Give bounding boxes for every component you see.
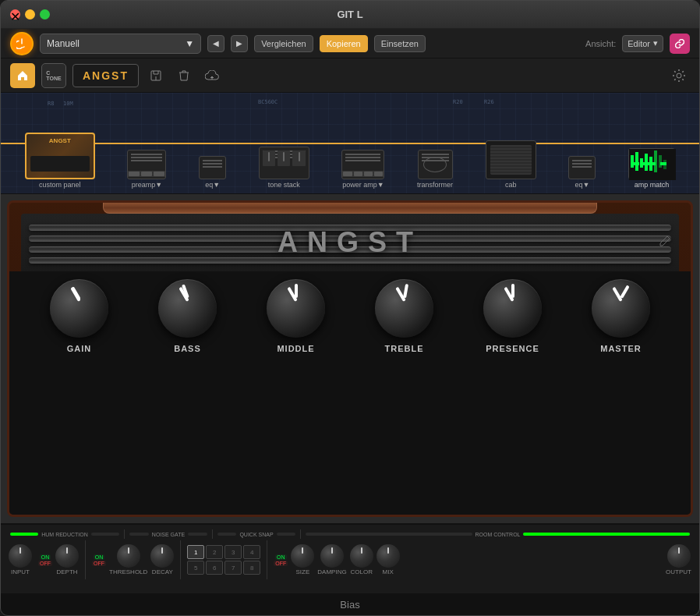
threshold-knob[interactable] — [117, 544, 140, 568]
room-control-label: ROOM CONTROL — [476, 532, 521, 537]
amp-edit-button[interactable] — [659, 235, 671, 250]
snap-btn-5[interactable]: 5 — [187, 561, 204, 575]
svg-rect-7 — [649, 157, 652, 171]
chain-item-label-power-amp: power amp▼ — [342, 181, 384, 189]
app-name-label: Bias — [340, 599, 359, 611]
decay-label: DECAY — [152, 568, 173, 575]
mix-knob[interactable] — [377, 544, 400, 568]
circuit-label-bc560c: BC560C — [258, 99, 278, 105]
knob-group-middle: MIDDLE — [267, 279, 325, 353]
preset-dropdown[interactable]: Manuell ▼ — [40, 34, 201, 54]
chain-item-label-eq1: eq▼ — [205, 181, 220, 189]
room-on-badge[interactable]: ON — [275, 554, 287, 560]
editor-dropdown-icon: ▾ — [653, 38, 658, 48]
circuit-label-r20: R20 — [453, 99, 463, 105]
size-label: SIZE — [295, 568, 309, 575]
snap-btn-8[interactable]: 8 — [243, 561, 260, 575]
chain-item-label-custom-panel: custom panel — [39, 181, 81, 189]
prev-button[interactable]: ◀ — [207, 35, 224, 52]
chain-item-tone-stack[interactable]: tone stack — [259, 147, 309, 189]
amp-grille: ANGST — [21, 214, 679, 271]
gain-knob[interactable] — [50, 279, 108, 338]
kopieren-button[interactable]: Kopieren — [320, 35, 368, 52]
snap-btn-7[interactable]: 7 — [224, 561, 242, 575]
snap-btn-4[interactable]: 4 — [243, 545, 260, 559]
snap-btn-6[interactable]: 6 — [206, 561, 223, 575]
save-icon-button[interactable] — [145, 65, 167, 87]
editor-label: Editor — [628, 39, 650, 48]
quick-snap-label: QUICK SNAP — [239, 532, 273, 537]
amp-name-plate: ANGST — [278, 226, 422, 259]
bass-knob[interactable] — [158, 279, 217, 338]
app-window: ✕ GIT L Manuell ▼ ◀ ▶ Vergleichen Kopier… — [0, 0, 700, 616]
bottom-strip: HUM REDUCTION NOISE GATE QUICK SNAP — [1, 523, 699, 593]
knob-group-treble: TREBLE — [375, 279, 433, 353]
noise-gate-label: NOISE GATE — [152, 532, 185, 537]
chain-item-eq1[interactable]: eq▼ — [199, 156, 226, 189]
transformer-thumbnail — [418, 150, 453, 179]
snap-btn-2[interactable]: 2 — [206, 545, 223, 559]
mix-label: MIX — [383, 568, 394, 575]
ansicht-label: Ansicht: — [585, 39, 616, 48]
ctone-button[interactable]: CTONE — [41, 63, 66, 88]
middle-knob[interactable] — [267, 279, 325, 338]
amp-body: ANGST GAIN BASS — [7, 200, 693, 517]
vergleichen-button[interactable]: Vergleichen — [254, 35, 313, 52]
middle-label: MIDDLE — [277, 344, 314, 353]
input-knob[interactable] — [9, 544, 32, 568]
color-knob[interactable] — [350, 544, 373, 568]
settings-button[interactable] — [668, 65, 690, 87]
snap-btn-3[interactable]: 3 — [224, 545, 242, 559]
treble-knob[interactable] — [375, 279, 433, 338]
eq2-thumbnail — [568, 156, 596, 179]
chain-item-eq2[interactable]: eq▼ — [568, 156, 596, 189]
preset-value: Manuell — [47, 38, 80, 49]
hum-off-badge[interactable]: OFF — [38, 561, 52, 566]
minimize-button[interactable] — [25, 9, 35, 19]
einsetzen-button[interactable]: Einsetzen — [374, 35, 426, 52]
power-button[interactable] — [10, 32, 34, 55]
traffic-lights: ✕ — [10, 9, 50, 19]
chain-items-row: custom panel preamp▼ eq▼ — [1, 133, 699, 193]
cab-thumbnail — [486, 140, 536, 179]
chain-item-label-tone-stack: tone stack — [268, 181, 300, 189]
hum-reduction-label: HUM REDUCTION — [41, 532, 88, 537]
output-knob[interactable] — [667, 544, 691, 568]
gate-on-badge[interactable]: ON — [94, 554, 105, 560]
chain-item-amp-match[interactable]: amp match — [628, 148, 675, 189]
master-knob[interactable] — [592, 279, 650, 338]
damping-knob[interactable] — [320, 544, 344, 568]
home-button[interactable] — [10, 63, 35, 88]
knob-group-gain: GAIN — [50, 279, 108, 353]
decay-knob[interactable] — [150, 544, 174, 568]
maximize-button[interactable] — [40, 9, 50, 19]
presence-knob[interactable] — [483, 279, 542, 338]
preamp-thumbnail — [127, 150, 166, 179]
chain-item-custom-panel[interactable]: custom panel — [25, 133, 95, 189]
close-button[interactable]: ✕ — [10, 9, 20, 19]
chain-item-transformer[interactable]: transformer — [417, 150, 453, 189]
treble-label: TREBLE — [385, 344, 424, 353]
delete-icon-button[interactable] — [173, 65, 195, 87]
svg-rect-6 — [645, 154, 648, 171]
chain-item-label-preamp: preamp▼ — [132, 181, 162, 189]
size-knob[interactable] — [291, 544, 314, 568]
amp-controls: GAIN BASS MIDDLE TREBLE — [9, 271, 691, 515]
signal-chain: R8 10M BC560C R20 R26 custom panel — [1, 93, 699, 194]
circuit-label-10m: 10M — [63, 101, 73, 107]
depth-knob[interactable] — [55, 544, 79, 568]
chain-item-preamp[interactable]: preamp▼ — [127, 150, 166, 189]
hum-on-badge[interactable]: ON — [40, 554, 51, 560]
output-label: OUTPUT — [666, 568, 691, 575]
next-button[interactable]: ▶ — [231, 35, 248, 52]
color-label: COLOR — [350, 568, 372, 575]
editor-select[interactable]: Editor ▾ — [622, 35, 663, 52]
room-off-badge[interactable]: OFF — [274, 561, 288, 566]
chain-item-power-amp[interactable]: power amp▼ — [341, 150, 384, 189]
link-button[interactable] — [670, 34, 690, 54]
cloud-icon-button[interactable] — [201, 65, 223, 87]
chain-item-cab[interactable]: cab — [486, 140, 536, 189]
svg-rect-4 — [635, 152, 638, 171]
snap-btn-1[interactable]: 1 — [187, 545, 204, 559]
gate-off-badge[interactable]: OFF — [92, 561, 106, 566]
